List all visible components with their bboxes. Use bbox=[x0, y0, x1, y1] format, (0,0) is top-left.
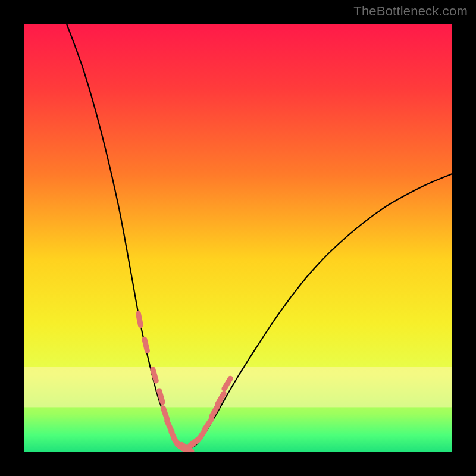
curve-marker bbox=[159, 391, 162, 402]
watermark-text: TheBottleneck.com bbox=[353, 4, 468, 19]
highlight-band bbox=[24, 367, 452, 407]
chart-svg bbox=[24, 24, 452, 452]
curve-marker bbox=[145, 339, 148, 350]
curve-marker bbox=[153, 369, 156, 381]
curve-marker bbox=[138, 314, 140, 325]
plot-area bbox=[24, 24, 452, 452]
curve-marker bbox=[163, 408, 167, 419]
chart-stage: TheBottleneck.com bbox=[0, 0, 476, 476]
